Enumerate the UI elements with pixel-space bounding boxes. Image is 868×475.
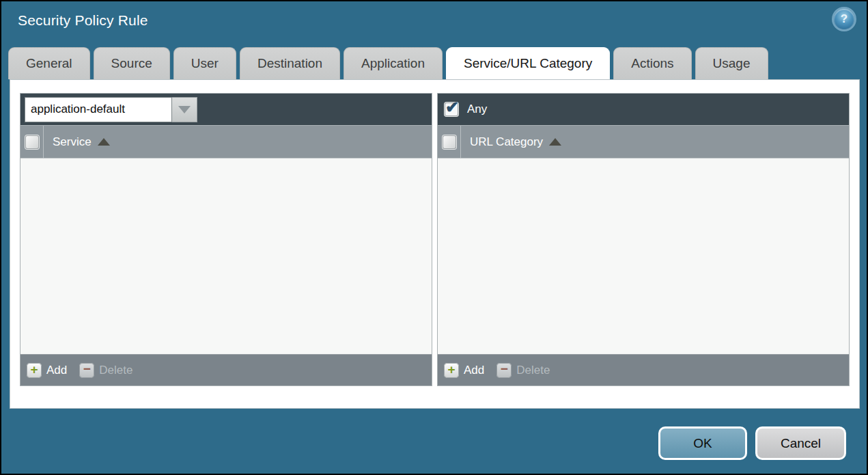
service-pane: Service + Add − Delete (20, 93, 432, 386)
service-table-body (20, 158, 432, 354)
tab-application[interactable]: Application (344, 47, 443, 79)
tab-source[interactable]: Source (94, 47, 170, 79)
checkmark-icon: ✔ (445, 98, 459, 117)
tab-bar: General Source User Destination Applicat… (8, 47, 860, 79)
service-select-all-checkbox[interactable] (25, 135, 39, 149)
screen: Security Policy Rule ? General Source Us… (0, 0, 868, 475)
service-type-combo (25, 97, 197, 122)
any-checkbox[interactable]: ✔ (445, 103, 458, 116)
dialog-titlebar: Security Policy Rule ? (1, 1, 867, 40)
sort-ascending-icon[interactable] (549, 138, 561, 146)
url-category-table-body (438, 158, 849, 354)
add-button-label: Add (464, 364, 484, 377)
tab-user[interactable]: User (173, 47, 236, 79)
add-icon: + (444, 363, 459, 378)
ok-button[interactable]: OK (658, 426, 747, 460)
tab-label: User (191, 56, 219, 71)
service-add-button[interactable]: + Add (27, 363, 67, 378)
service-delete-button[interactable]: − Delete (79, 363, 132, 378)
tab-label: General (26, 56, 72, 71)
tab-label: Service/URL Category (464, 56, 592, 71)
delete-icon: − (79, 363, 94, 378)
tab-label: Actions (631, 56, 673, 71)
tab-content-service-url-category: Service + Add − Delete (10, 79, 860, 409)
url-category-select-all-cell (438, 126, 460, 158)
chevron-down-icon (178, 106, 191, 113)
tab-label: Application (361, 56, 425, 71)
url-category-footer-toolbar: + Add − Delete (438, 354, 849, 385)
security-policy-rule-dialog: Security Policy Rule ? General Source Us… (1, 1, 867, 474)
cancel-button[interactable]: Cancel (755, 426, 846, 460)
dialog-title: Security Policy Rule (18, 12, 148, 29)
column-divider (460, 126, 461, 158)
url-category-table-header: URL Category (438, 125, 849, 158)
delete-button-label: Delete (99, 364, 132, 377)
tab-actions[interactable]: Actions (613, 47, 691, 79)
help-icon[interactable]: ? (834, 9, 854, 29)
service-type-input[interactable] (25, 97, 172, 122)
service-toolbar (20, 94, 432, 125)
add-button-label: Add (46, 364, 67, 377)
url-category-add-button[interactable]: + Add (444, 363, 484, 378)
tab-service-url-category[interactable]: Service/URL Category (446, 47, 610, 79)
url-category-toolbar: ✔ Any (438, 94, 849, 125)
any-row: ✔ Any (438, 103, 487, 116)
tab-usage[interactable]: Usage (695, 47, 768, 79)
service-footer-toolbar: + Add − Delete (20, 354, 432, 385)
tab-label: Destination (257, 56, 322, 71)
delete-button-label: Delete (516, 364, 550, 377)
delete-icon: − (496, 363, 512, 378)
url-category-select-all-checkbox[interactable] (443, 135, 456, 149)
add-icon: + (27, 363, 42, 378)
tab-label: Source (111, 56, 152, 71)
url-category-column-label: URL Category (470, 135, 543, 149)
any-label: Any (467, 103, 487, 116)
tab-destination[interactable]: Destination (240, 47, 340, 79)
service-table-header: Service (20, 125, 432, 158)
url-category-pane: ✔ Any URL Category + (437, 93, 850, 386)
dialog-footer: OK Cancel (658, 426, 846, 460)
service-type-dropdown-button[interactable] (172, 97, 197, 122)
sort-ascending-icon[interactable] (98, 138, 110, 146)
column-divider (43, 126, 44, 158)
tab-general[interactable]: General (8, 47, 90, 79)
service-select-all-cell (20, 126, 43, 158)
url-category-delete-button[interactable]: − Delete (496, 363, 550, 378)
service-column-label: Service (53, 135, 92, 149)
tab-label: Usage (713, 56, 751, 71)
